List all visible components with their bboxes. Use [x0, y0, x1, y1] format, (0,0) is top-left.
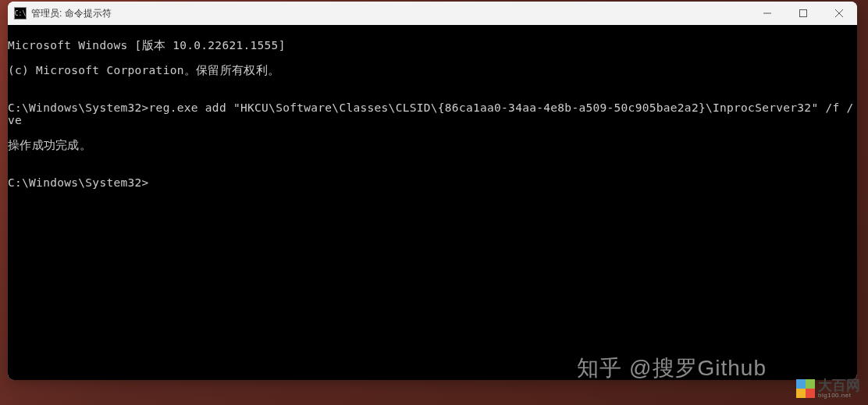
- dabai-logo-icon: [796, 379, 815, 398]
- terminal-line: 操作成功完成。: [8, 139, 857, 151]
- terminal-output[interactable]: Microsoft Windows [版本 10.0.22621.1555] (…: [8, 25, 857, 380]
- command-prompt-window: C:\ 管理员: 命令提示符 Microsoft Windows [版本 10.…: [8, 2, 857, 380]
- dabai-text: 大百网 big100.net: [818, 378, 860, 399]
- dabai-name: 大百网: [818, 378, 860, 393]
- window-controls: [749, 2, 857, 25]
- terminal-line: C:\Windows\System32>: [8, 176, 857, 189]
- minimize-button[interactable]: [749, 2, 785, 25]
- dabai-url: big100.net: [818, 393, 860, 399]
- terminal-line: Microsoft Windows [版本 10.0.22621.1555]: [8, 39, 857, 52]
- close-button[interactable]: [821, 2, 857, 25]
- svg-rect-1: [800, 10, 807, 17]
- terminal-line: C:\Windows\System32>reg.exe add "HKCU\So…: [8, 101, 857, 126]
- titlebar[interactable]: C:\ 管理员: 命令提示符: [8, 2, 857, 25]
- watermark-dabai: 大百网 big100.net: [796, 378, 860, 399]
- window-title: 管理员: 命令提示符: [31, 7, 749, 20]
- terminal-line: (c) Microsoft Corporation。保留所有权利。: [8, 64, 857, 76]
- cmd-icon: C:\: [14, 7, 27, 20]
- maximize-button[interactable]: [785, 2, 821, 25]
- watermark-zhihu: 知乎 @搜罗Github: [577, 353, 767, 383]
